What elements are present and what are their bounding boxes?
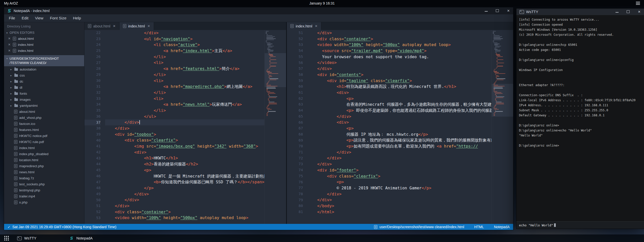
close-button[interactable]: ×	[637, 10, 641, 14]
close-button[interactable]: ×	[507, 9, 510, 13]
notepada-logo-icon	[69, 236, 74, 240]
file-row[interactable]: add_vhost.php	[4, 115, 84, 121]
line-number: 68	[287, 131, 303, 137]
wstty-titlebar[interactable]: WsTTY ×	[516, 9, 644, 15]
close-icon[interactable]: ✕	[8, 37, 11, 40]
file-row[interactable]: test_sockets.php	[4, 181, 84, 187]
code-line: </div>	[105, 197, 264, 203]
file-row[interactable]: x.php	[4, 199, 84, 205]
file-row[interactable]: news.html	[4, 169, 84, 175]
file-row[interactable]: HKWTC rule.pdf	[4, 139, 84, 145]
open-editor-item[interactable]: ✕about.html	[4, 36, 84, 42]
menu-edit[interactable]: Edit	[18, 14, 32, 22]
folder-row[interactable]: ▸dc	[4, 78, 84, 84]
file-row[interactable]: teabag.7z	[4, 175, 84, 181]
file-row[interactable]: trailer.mp4	[4, 193, 84, 199]
line-number: 74	[287, 167, 303, 173]
line-number: 69	[287, 137, 303, 144]
close-icon[interactable]: ✕	[8, 43, 11, 46]
open-editor-item[interactable]: ✕index.html	[4, 42, 84, 48]
code-line: </div>	[308, 30, 492, 36]
code-line: <div class="container">	[308, 36, 492, 42]
file-row[interactable]: HKWTC notice.pdf	[4, 133, 84, 139]
notepada-window: NotepadA - index.html × FileEditViewFont…	[4, 7, 513, 230]
code-editor[interactable]: </div> <ul id="navigation"> <li class="a…	[105, 30, 264, 224]
terminal-line	[519, 138, 641, 143]
folder-row[interactable]: ▸autostation	[4, 66, 84, 72]
minimize-button[interactable]	[615, 10, 619, 14]
line-number: 39	[84, 131, 101, 137]
terminal-input[interactable]: echo "Hello World"	[516, 221, 644, 229]
line-number: 22	[84, 30, 101, 36]
line-number: 51	[84, 203, 101, 209]
tab-index.html[interactable]: index.html✕	[119, 22, 154, 30]
tab-index.html[interactable]: index.html✕	[287, 22, 321, 30]
minimize-button[interactable]	[484, 9, 488, 13]
tree-root[interactable]: ▾ USER/DESKTOP/SCREENSHOT /TEST/WWW CLEA…	[4, 55, 84, 66]
line-number: 61	[287, 90, 303, 96]
tab-close-icon[interactable]: ✕	[113, 24, 116, 28]
code-line: <div class="container">	[105, 209, 264, 215]
file-name: testmysql.php	[19, 188, 40, 192]
folder-row[interactable]: ▸css	[4, 72, 84, 78]
maximize-button[interactable]	[626, 10, 630, 14]
status-language[interactable]: HTML	[474, 225, 484, 229]
minimap[interactable]	[492, 30, 513, 224]
terminal-output[interactable]: [info] Connecting to arozos WsTTY servic…	[516, 15, 644, 221]
file-row[interactable]: about.html	[4, 109, 84, 115]
file-icon	[13, 43, 16, 47]
file-icon	[13, 37, 16, 41]
code-editor[interactable]: </div> <div class="container"> <video wi…	[308, 30, 492, 224]
folder-row[interactable]: ▸yamlyamlmi	[4, 102, 84, 109]
open-editors-header[interactable]: ▾ OPEN EDITORS	[4, 30, 84, 36]
file-row[interactable]: index.html	[4, 145, 84, 151]
terminal-line: Connection-specific DNS Suffix . :	[519, 93, 641, 98]
file-row[interactable]: testmysql.php	[4, 187, 84, 193]
minimap-slider[interactable]	[265, 53, 286, 87]
taskbar-item-notepada[interactable]: NotepadA	[65, 234, 117, 242]
tab-close-icon[interactable]: ✕	[147, 24, 150, 28]
text-cursor	[139, 120, 140, 124]
file-name: test_sockets.php	[19, 182, 45, 186]
notepada-titlebar[interactable]: NotepadA - index.html ×	[4, 7, 513, 14]
minimap-slider[interactable]	[492, 84, 513, 117]
folder-row[interactable]: ▸fonts	[4, 90, 84, 96]
menu-font-size[interactable]: Font Size	[47, 14, 70, 22]
file-row[interactable]: features.html	[4, 127, 84, 133]
taskbar-item-wstty[interactable]: WsTTY	[13, 234, 65, 242]
hamburger-icon[interactable]	[636, 2, 644, 5]
code-line: 在香港的Minecraft 伺服器中，多為小遊戲和純生存的伺服器，較少擁有大型建…	[308, 101, 492, 108]
close-icon[interactable]: ✕	[8, 49, 11, 52]
file-icon	[123, 24, 126, 28]
line-number: 56	[287, 60, 303, 66]
status-filepath[interactable]: user/Desktop/screenshot/test/www cleaned…	[379, 225, 464, 229]
line-number: 58	[287, 72, 303, 78]
maximize-button[interactable]	[496, 9, 499, 13]
file-row[interactable]: location.html	[4, 157, 84, 163]
tab-close-icon[interactable]: ✕	[315, 24, 318, 28]
folder-row[interactable]: ▸dl	[4, 84, 84, 90]
code-line: <li>	[105, 60, 264, 66]
folder-name: css	[20, 74, 25, 77]
code-line: <p> 即使你不是建築師，你也能透過紅石師或鐵路工程師的身份加入我們的伺服器	[308, 108, 492, 114]
folder-row[interactable]: ▸images	[4, 96, 84, 102]
editor-split-view: about.html✕index.html✕ 22232425262728293…	[84, 22, 513, 224]
sidebar: Directory Listing ▾ OPEN EDITORS ✕about.…	[4, 22, 84, 224]
chevron-right-icon: ▸	[10, 74, 13, 77]
file-row[interactable]: favicon.ico	[4, 121, 84, 127]
tab-about.html[interactable]: about.html✕	[84, 22, 119, 30]
open-editor-item[interactable]: ✕index.html	[4, 48, 84, 54]
system-brand[interactable]: My ArOZ	[0, 1, 18, 5]
menu-file[interactable]: File	[6, 14, 18, 22]
menu-view[interactable]: View	[32, 14, 47, 22]
code-line: <div id="footer">	[308, 167, 492, 173]
code-line: <div class="clearfix">	[308, 173, 492, 179]
file-row[interactable]: index.php_disabled	[4, 151, 84, 157]
file-row[interactable]: mapredirect.php	[4, 163, 84, 169]
line-number: 25	[84, 48, 101, 54]
menu-help[interactable]: Help	[70, 14, 84, 22]
app-launcher-button[interactable]	[0, 234, 13, 242]
line-number: 71	[287, 149, 303, 155]
minimap[interactable]	[264, 30, 286, 224]
tree-root-line2: /TEST/WWW CLEANED/	[10, 61, 59, 65]
